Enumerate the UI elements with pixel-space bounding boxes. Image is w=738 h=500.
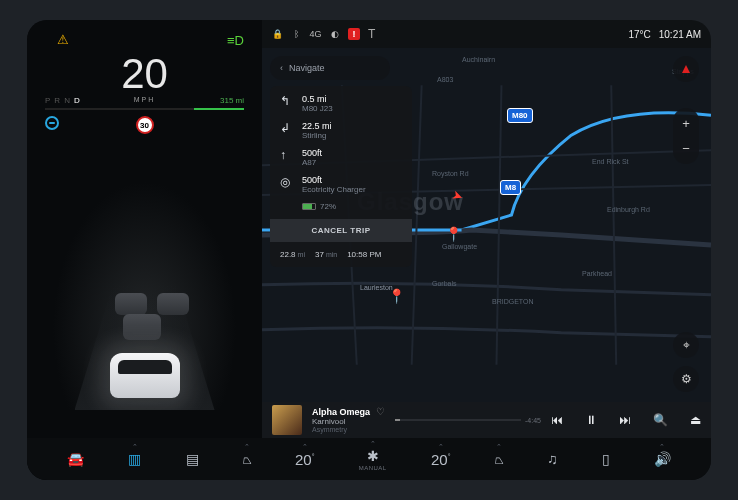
seat-heat-right-button[interactable]: ⌃⏢ — [495, 451, 503, 467]
zoom-out-button[interactable]: − — [682, 141, 690, 156]
track-artist: Karnivool — [312, 417, 370, 426]
car-icon: 🚘 — [67, 451, 84, 467]
temp-left[interactable]: ⌃20° — [295, 451, 315, 468]
favorite-button[interactable]: ♡ — [376, 406, 385, 417]
temp-right[interactable]: ⌃20° — [431, 451, 451, 468]
phone-app-button[interactable]: ▯ — [602, 451, 610, 467]
track-album: Asymmetry — [312, 426, 370, 433]
cell-signal-icon: 4G — [310, 29, 321, 40]
progress-bar[interactable]: -4:45 — [395, 417, 541, 424]
bottom-dock: 🚘 ⌃▥ ▤ ⌃⏢ ⌃20° ⌃✱MANUAL ⌃20° ⌃⏢ ♫ ▯ ⌃🔊 — [27, 438, 711, 480]
alert-icon[interactable]: ! — [348, 28, 360, 40]
track-metadata[interactable]: Alpha Omega Karnivool Asymmetry — [312, 407, 370, 433]
navigate-search[interactable]: ‹ Navigate — [270, 56, 390, 80]
directions-panel: ↰ 0.5 miM80 J23 ↲ 22.5 miStirling ↑ 500f… — [270, 86, 412, 267]
nav-step[interactable]: ◎ 500ftEcotricity Charger — [280, 175, 402, 194]
status-bar: 🔒 ᛒ 4G ◐ ! T 17°C 10:21 AM — [262, 20, 711, 48]
driving-panel: ⚠ ≡D 20 PRND MPH 315 mi 30 ● ◡ 🎤 — [27, 20, 262, 480]
arrival-battery: 72% — [302, 202, 402, 211]
map-settings-button[interactable]: ⚙ — [673, 366, 699, 392]
rear-defrost-button[interactable]: ▤ — [186, 451, 199, 467]
front-defrost-button[interactable]: ⌃▥ — [128, 451, 141, 467]
ego-vehicle-icon — [110, 353, 180, 398]
speed-value: 20 — [27, 50, 262, 98]
car-app-button[interactable]: 🚘 — [67, 451, 84, 467]
recenter-button[interactable]: ⌖ — [673, 332, 699, 358]
album-art[interactable] — [272, 405, 302, 435]
bluetooth-icon[interactable]: ᛒ — [291, 29, 302, 40]
phone-icon: ▯ — [602, 451, 610, 467]
music-app-button[interactable]: ♫ — [547, 451, 558, 467]
nav-step[interactable]: ↰ 0.5 miM80 J23 — [280, 94, 402, 113]
zoom-in-button[interactable]: + — [682, 116, 690, 131]
road-shield-m8: M8 — [500, 180, 521, 195]
compass-button[interactable] — [673, 56, 699, 82]
road-shield-m80: M80 — [507, 108, 533, 123]
airbag-icon: ◐ — [329, 29, 340, 40]
map-view[interactable]: Glasgow M80 M8 Auchinairn A803 Stepps Ro… — [262, 48, 711, 402]
autopilot-icon — [45, 116, 59, 130]
map-pin-icon[interactable]: 📍 — [445, 226, 462, 242]
lock-icon[interactable]: 🔒 — [272, 29, 283, 40]
music-icon: ♫ — [547, 451, 558, 467]
outside-temp: 17°C — [628, 29, 650, 40]
straight-icon: ↑ — [280, 148, 294, 162]
fan-icon: ✱ — [367, 448, 379, 464]
seat-right-icon: ⏢ — [495, 451, 503, 467]
range-remaining: 315 mi — [220, 96, 244, 105]
destination-icon: ◎ — [280, 175, 294, 189]
search-button[interactable]: 🔍 — [653, 413, 668, 427]
prev-track-button[interactable]: ⏮ — [551, 413, 563, 427]
nav-step[interactable]: ↲ 22.5 miStirling — [280, 121, 402, 140]
battery-bar — [45, 108, 244, 110]
cancel-trip-button[interactable]: CANCEL TRIP — [270, 219, 412, 242]
turn-left-icon: ↲ — [280, 121, 294, 135]
nav-step[interactable]: ↑ 500ftA87 — [280, 148, 402, 167]
tesla-logo-icon[interactable]: T — [368, 27, 375, 41]
tpms-warning-icon: ⚠ — [57, 32, 69, 47]
seat-left-icon: ⏢ — [243, 451, 251, 467]
headlight-icon: ≡D — [227, 33, 244, 48]
zoom-control: + − — [673, 108, 699, 164]
road-visualization — [27, 140, 262, 410]
play-pause-button[interactable]: ⏸ — [585, 413, 597, 427]
speed-limit-sign: 30 — [136, 116, 154, 134]
media-bar: Alpha Omega Karnivool Asymmetry ♡ -4:45 … — [262, 402, 711, 438]
merge-icon: ↰ — [280, 94, 294, 108]
fan-button[interactable]: ⌃✱MANUAL — [359, 448, 387, 471]
eject-button[interactable]: ⏏ — [690, 413, 701, 427]
volume-button[interactable]: ⌃🔊 — [654, 451, 671, 467]
chevron-left-icon: ‹ — [280, 63, 283, 73]
battery-icon — [302, 203, 316, 210]
map-pin-icon[interactable]: 📍 — [388, 288, 405, 304]
clock: 10:21 AM — [659, 29, 701, 40]
next-track-button[interactable]: ⏭ — [619, 413, 631, 427]
volume-icon: 🔊 — [654, 451, 671, 467]
defrost-front-icon: ▥ — [128, 451, 141, 467]
track-title: Alpha Omega — [312, 407, 370, 417]
time-remaining: -4:45 — [525, 417, 541, 424]
trip-summary: 22.8mi 37min 10:58 PM — [280, 250, 402, 259]
defrost-rear-icon: ▤ — [186, 451, 199, 467]
seat-heat-left-button[interactable]: ⌃⏢ — [243, 451, 251, 467]
